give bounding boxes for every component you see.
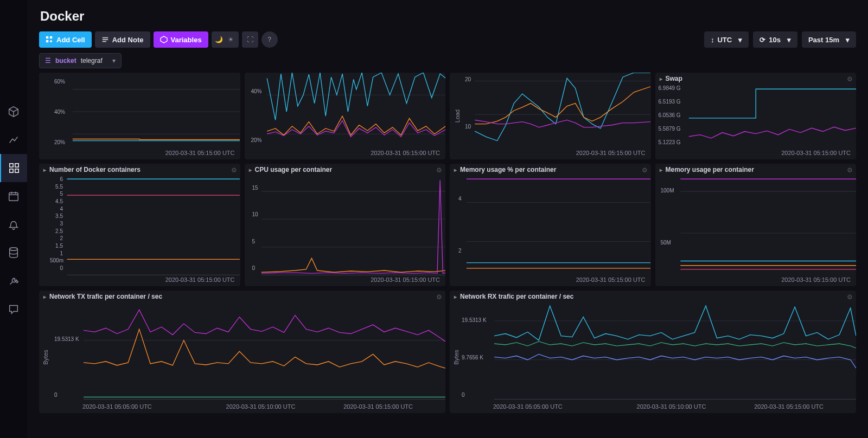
theme-toggle-group: 🌙 ☀ <box>212 31 239 48</box>
filter-handle-icon: ☰ <box>45 57 51 65</box>
x-timestamp: 2020-03-31 05:15:00 UTC <box>343 403 413 410</box>
chart-mem-bytes <box>655 175 856 289</box>
light-mode-icon[interactable]: ☀ <box>225 33 237 46</box>
panel-title: CPU usage per container <box>255 166 333 173</box>
panel-r1c2: 40% 20% 2020-03-31 05:15:00 UTC <box>245 73 446 159</box>
help-icon[interactable]: ? <box>261 31 278 48</box>
x-timestamp: 2020-03-31 05:15:00 UTC <box>576 150 646 156</box>
panel-title: Memory usage % per container <box>460 166 556 173</box>
x-timestamp: 2020-03-31 05:15:00 UTC <box>781 276 851 283</box>
nav-calendar[interactable] <box>0 182 27 210</box>
gear-icon[interactable]: ⚙ <box>231 166 237 174</box>
panel-r1c1: 60% 40% 20% 2020-03-31 05:15:00 UTC <box>39 73 240 159</box>
variables-label: Variables <box>171 36 202 44</box>
add-note-icon <box>101 36 109 43</box>
chevron-down-icon: ▾ <box>112 57 116 65</box>
chart-net-tx <box>39 301 445 415</box>
refresh-icon: ⟳ <box>760 36 765 44</box>
nav-cube[interactable] <box>0 98 27 126</box>
chevron-down-icon: ▾ <box>787 36 791 44</box>
panel-title: Network TX trafic per container / sec <box>49 293 162 300</box>
nav-chat[interactable] <box>0 295 27 323</box>
bucket-key-label: bucket <box>55 57 76 65</box>
x-timestamp: 2020-03-31 05:15:00 UTC <box>576 276 646 283</box>
x-timestamp: 2020-03-31 05:05:00 UTC <box>82 403 152 410</box>
refresh-dropdown[interactable]: ⟳ 10s ▾ <box>753 31 797 48</box>
toolbar: Add Cell Add Note Variables 🌙 ☀ ⛶ ? ↕ UT… <box>39 31 856 48</box>
x-timestamp: 2020-03-31 05:15:00 UTC <box>781 150 851 156</box>
panel-net-rx: ▸Network RX trafic per container / sec ⚙… <box>450 291 856 413</box>
variables-button[interactable]: Variables <box>154 31 208 48</box>
gear-icon[interactable]: ⚙ <box>642 166 648 174</box>
timezone-label: UTC <box>717 36 732 44</box>
svg-point-5 <box>10 248 18 251</box>
panel-swap: ▸ Swap ⚙ 6.9849 G 6.5193 G 6.0536 G 5.58… <box>655 73 857 159</box>
panel-r1c3: Load 20 10 2020-03-31 05:15:00 UT <box>450 73 651 159</box>
chevron-down-icon: ▾ <box>738 36 742 44</box>
panel-title: Swap <box>666 75 682 82</box>
chart-r1c1 <box>39 73 240 162</box>
collapse-icon[interactable]: ▸ <box>454 294 457 300</box>
bucket-filter-dropdown[interactable]: ☰ bucket telegraf ▾ <box>39 53 122 68</box>
gear-icon[interactable]: ⚙ <box>847 166 853 174</box>
nav-dashboards[interactable] <box>0 154 27 182</box>
svg-rect-7 <box>46 40 48 42</box>
sidebar <box>0 0 27 438</box>
timezone-dropdown[interactable]: ↕ UTC ▾ <box>704 31 749 48</box>
panel-title: Network RX trafic per container / sec <box>460 293 573 300</box>
add-note-button[interactable]: Add Note <box>95 31 150 48</box>
variables-icon <box>160 36 168 43</box>
x-timestamp: 2020-03-31 05:05:00 UTC <box>493 403 563 410</box>
collapse-icon[interactable]: ▸ <box>43 294 46 300</box>
svg-rect-0 <box>10 164 13 167</box>
chart-net-rx <box>450 301 856 415</box>
gear-icon[interactable]: ⚙ <box>436 166 442 174</box>
x-timestamp: 2020-03-31 05:10:00 UTC <box>226 403 296 410</box>
collapse-icon[interactable]: ▸ <box>660 76 662 82</box>
chart-mem-pct <box>450 175 650 289</box>
collapse-icon[interactable]: ▸ <box>43 167 46 173</box>
svg-rect-8 <box>50 36 52 38</box>
panel-title: Number of Docker containers <box>49 166 141 173</box>
x-timestamp: 2020-03-31 05:15:00 UTC <box>371 150 440 156</box>
chart-r1c3 <box>450 73 650 162</box>
refresh-label: 10s <box>769 36 781 44</box>
panel-docker-containers: ▸Number of Docker containers ⚙ 65.554.54… <box>39 164 240 286</box>
nav-wrench[interactable] <box>0 267 27 295</box>
svg-rect-4 <box>9 193 18 201</box>
add-cell-button[interactable]: Add Cell <box>39 31 92 48</box>
gear-icon[interactable]: ⚙ <box>847 75 853 83</box>
timerange-label: Past 15m <box>808 36 839 44</box>
gear-icon[interactable]: ⚙ <box>436 293 442 301</box>
x-timestamp: 2020-03-31 05:15:00 UTC <box>754 403 824 410</box>
chevron-down-icon: ▾ <box>846 36 850 44</box>
svg-rect-6 <box>46 36 48 38</box>
collapse-icon[interactable]: ▸ <box>249 167 252 173</box>
svg-rect-1 <box>15 164 18 167</box>
chart-containers <box>39 175 240 289</box>
page-title: Docker <box>40 9 856 24</box>
svg-rect-2 <box>10 169 13 172</box>
nav-bell[interactable] <box>0 210 27 239</box>
add-note-label: Add Note <box>112 36 144 44</box>
dark-mode-icon[interactable]: 🌙 <box>213 33 225 46</box>
fullscreen-icon[interactable]: ⛶ <box>242 31 258 48</box>
timezone-arrow-icon: ↕ <box>711 36 714 44</box>
collapse-icon[interactable]: ▸ <box>454 167 457 173</box>
collapse-icon[interactable]: ▸ <box>660 167 662 173</box>
nav-lightning[interactable] <box>0 126 27 154</box>
add-cell-icon <box>46 36 53 43</box>
panel-net-tx: ▸Network TX trafic per container / sec ⚙… <box>39 291 445 413</box>
timerange-dropdown[interactable]: Past 15m ▾ <box>802 31 856 48</box>
nav-database[interactable] <box>0 239 27 267</box>
x-timestamp: 2020-03-31 05:15:00 UTC <box>165 150 235 156</box>
x-timestamp: 2020-03-31 05:10:00 UTC <box>637 403 706 410</box>
gear-icon[interactable]: ⚙ <box>847 293 853 301</box>
x-timestamp: 2020-03-31 05:15:00 UTC <box>371 276 440 283</box>
panel-cpu-per-container: ▸CPU usage per container ⚙ 151050 <box>245 164 446 286</box>
chart-r1c2 <box>245 73 445 162</box>
bucket-value-label: telegraf <box>81 57 103 65</box>
x-timestamp: 2020-03-31 05:15:00 UTC <box>165 276 235 283</box>
panel-title: Memory usage per container <box>666 166 754 173</box>
panel-mem-pct: ▸Memory usage % per container ⚙ 42 <box>450 164 651 286</box>
